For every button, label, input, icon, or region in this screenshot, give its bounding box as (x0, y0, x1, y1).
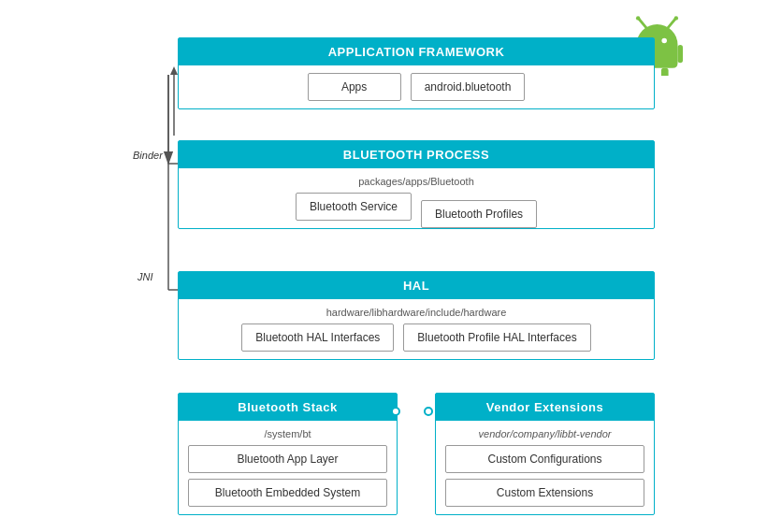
diagram-container: { "android_logo": { "alt": "Android Logo… (65, 14, 702, 519)
bt-app-layer-box: Bluetooth App Layer (188, 445, 387, 473)
vendor-ext-subpath: vendor/company/libbt-vendor (445, 428, 644, 439)
svg-point-3 (674, 16, 678, 20)
bt-process-section: BLUETOOTH PROCESS packages/apps/Bluetoot… (178, 140, 655, 229)
android-bt-box: android.bluetooth (411, 73, 526, 101)
apps-box: Apps (308, 73, 401, 101)
hal-body: hardware/libhardware/include/hardware Bl… (179, 299, 654, 359)
bt-process-boxes: Bluetooth Service Bluetooth Profiles (188, 193, 644, 221)
app-framework-body: Apps android.bluetooth (179, 65, 654, 108)
bt-process-subpath: packages/apps/Bluetooth (188, 176, 644, 187)
connector-left (391, 407, 400, 416)
vendor-ext-section: Vendor Extensions vendor/company/libbt-v… (435, 393, 655, 515)
jni-label: JNI (137, 271, 153, 282)
svg-point-5 (661, 37, 667, 43)
connector-right (424, 407, 433, 416)
hal-subpath: hardware/libhardware/include/hardware (188, 307, 644, 318)
vendor-ext-body: vendor/company/libbt-vendor Custom Confi… (436, 421, 654, 514)
bt-stack-subpath: /system/bt (188, 428, 387, 439)
bt-service-box: Bluetooth Service (296, 193, 412, 221)
bt-process-header: BLUETOOTH PROCESS (179, 141, 654, 168)
app-framework-header: APPLICATION FRAMEWORK (179, 38, 654, 65)
hal-section: HAL hardware/libhardware/include/hardwar… (178, 271, 655, 360)
bt-stack-header: Bluetooth Stack (179, 394, 397, 421)
svg-line-2 (668, 19, 675, 28)
custom-ext-box: Custom Extensions (445, 479, 644, 507)
svg-point-1 (636, 16, 640, 20)
hal-boxes: Bluetooth HAL Interfaces Bluetooth Profi… (188, 324, 644, 352)
vendor-ext-header: Vendor Extensions (436, 394, 654, 421)
svg-rect-7 (678, 45, 684, 63)
hal-header: HAL (179, 272, 654, 299)
page-wrapper: { "android_logo": { "alt": "Android Logo… (0, 0, 767, 532)
profile-hal-box: Bluetooth Profile HAL Interfaces (403, 324, 590, 352)
bt-stack-section: Bluetooth Stack /system/bt Bluetooth App… (178, 393, 398, 515)
bt-embedded-box: Bluetooth Embedded System (188, 479, 387, 507)
bt-process-body: packages/apps/Bluetooth Bluetooth Servic… (179, 168, 654, 228)
binder-label: Binder (133, 150, 163, 161)
bt-stack-body: /system/bt Bluetooth App Layer Bluetooth… (179, 421, 397, 514)
svg-line-0 (639, 19, 646, 28)
svg-marker-17 (170, 66, 178, 75)
app-framework-boxes: Apps android.bluetooth (188, 73, 644, 101)
hal-interfaces-box: Bluetooth HAL Interfaces (241, 324, 394, 352)
app-framework-section: APPLICATION FRAMEWORK Apps android.bluet… (178, 37, 655, 109)
svg-rect-9 (661, 67, 669, 75)
custom-config-box: Custom Configurations (445, 445, 644, 473)
bt-profiles-box: Bluetooth Profiles (421, 200, 537, 228)
